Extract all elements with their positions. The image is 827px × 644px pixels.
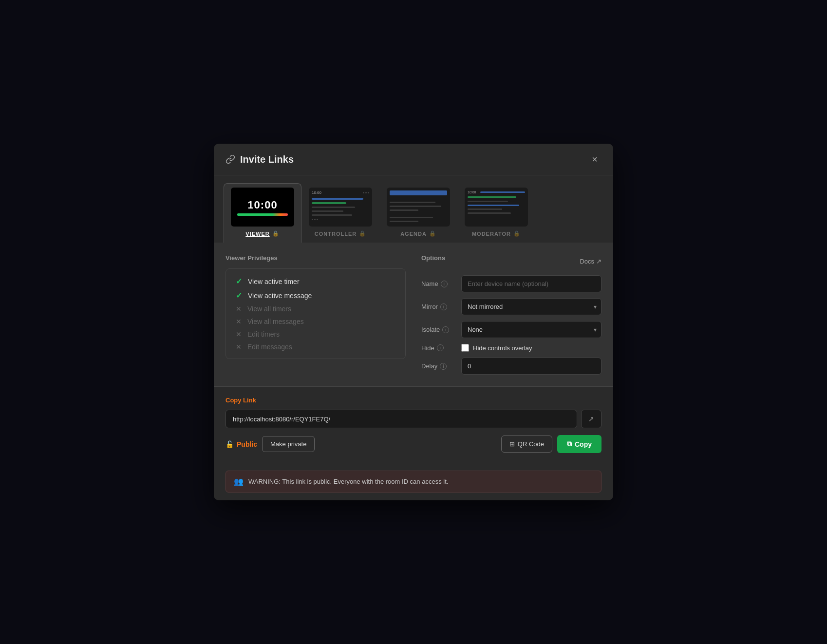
public-badge: 🔓 Public xyxy=(226,440,257,448)
options-grid: Name i Mirror i Not mirrored xyxy=(421,275,601,375)
agenda-preview xyxy=(387,188,450,227)
hide-info-icon[interactable]: i xyxy=(437,344,444,351)
header-left: Invite Links xyxy=(226,154,294,165)
warning-bar: 👥 WARNING: This link is public. Everyone… xyxy=(226,471,601,492)
tab-agenda[interactable]: AGENDA 🔒 xyxy=(379,183,457,243)
moderator-tab-label: MODERATOR 🔒 xyxy=(472,230,521,237)
close-button[interactable]: × xyxy=(588,152,601,166)
priv-label-4: View all messages xyxy=(247,318,304,325)
priv-edit-messages: ✕ Edit messages xyxy=(236,343,395,351)
public-icon: 🔓 xyxy=(226,440,234,448)
priv-label-5: Edit timers xyxy=(247,330,280,338)
check-icon-2: ✓ xyxy=(236,291,242,300)
isolate-label: Isolate i xyxy=(421,326,455,333)
tab-controller[interactable]: 10:00 xyxy=(301,183,379,243)
agenda-lock-icon: 🔒 xyxy=(429,230,436,237)
name-input[interactable] xyxy=(461,275,601,292)
privileges-section: Viewer Privileges ✓ View active timer ✓ … xyxy=(226,254,406,375)
link-icon xyxy=(226,154,235,164)
modal-header: Invite Links × xyxy=(214,144,613,175)
controller-preview: 10:00 xyxy=(309,188,372,227)
copy-icon: ⧉ xyxy=(567,440,572,448)
option-mirror-row: Mirror i Not mirrored Mirrored ▾ xyxy=(421,298,601,315)
delay-input[interactable] xyxy=(461,358,601,375)
options-header: Options Docs ↗ xyxy=(421,254,601,268)
copy-button[interactable]: ⧉ Copy xyxy=(557,435,601,453)
viewer-tab-label: VIEWER 🔒 xyxy=(245,230,279,237)
viewer-lock-icon: 🔒 xyxy=(272,230,280,237)
option-delay-row: Delay i xyxy=(421,358,601,375)
delay-info-icon[interactable]: i xyxy=(440,363,447,370)
privileges-title: Viewer Privileges xyxy=(226,254,406,262)
open-link-button[interactable]: ↗ xyxy=(581,410,601,428)
copy-link-title: Copy Link xyxy=(226,397,601,404)
x-icon-6: ✕ xyxy=(236,343,242,351)
viewer-time-display: 10:00 xyxy=(247,199,277,211)
options-title: Options xyxy=(421,254,445,262)
priv-view-all-timers: ✕ View all timers xyxy=(236,305,395,313)
x-icon-4: ✕ xyxy=(236,318,242,325)
hide-checkbox[interactable] xyxy=(461,344,469,352)
open-link-icon: ↗ xyxy=(588,415,594,423)
name-info-icon[interactable]: i xyxy=(441,281,448,287)
tabs-row: 10:00 VIEWER 🔒 10:00 xyxy=(214,175,613,243)
priv-edit-timers: ✕ Edit timers xyxy=(236,330,395,338)
priv-label-3: View all timers xyxy=(247,305,291,313)
modal-body: Viewer Privileges ✓ View active timer ✓ … xyxy=(214,243,613,386)
link-url-input[interactable] xyxy=(226,410,577,428)
modal-title: Invite Links xyxy=(240,154,294,165)
priv-view-active-timer: ✓ View active timer xyxy=(236,277,395,286)
make-private-button[interactable]: Make private xyxy=(262,436,315,452)
hide-checkbox-label: Hide controls overlay xyxy=(473,344,532,352)
option-isolate-row: Isolate i None Room 1 Room 2 ▾ xyxy=(421,321,601,338)
modal-overlay: Invite Links × 10:00 VIEWER 🔒 xyxy=(0,0,827,644)
mirror-select[interactable]: Not mirrored Mirrored xyxy=(461,298,601,315)
hide-checkbox-row: Hide controls overlay xyxy=(461,344,532,352)
right-actions: ⊞ QR Code ⧉ Copy xyxy=(501,435,601,453)
qr-code-button[interactable]: ⊞ QR Code xyxy=(501,436,552,453)
privileges-box: ✓ View active timer ✓ View active messag… xyxy=(226,268,406,359)
mirror-select-wrap: Not mirrored Mirrored ▾ xyxy=(461,298,601,315)
controller-lock-icon: 🔒 xyxy=(359,230,366,237)
viewer-preview: 10:00 xyxy=(231,188,294,227)
x-icon-3: ✕ xyxy=(236,305,242,313)
x-icon-5: ✕ xyxy=(236,330,242,338)
isolate-info-icon[interactable]: i xyxy=(442,326,449,333)
name-label: Name i xyxy=(421,280,455,287)
invite-links-modal: Invite Links × 10:00 VIEWER 🔒 xyxy=(214,144,613,500)
link-input-row: ↗ xyxy=(226,410,601,428)
viewer-progress-bar xyxy=(237,213,288,216)
tab-moderator[interactable]: 10:00 MODERATOR 🔒 xyxy=(457,183,535,243)
warning-icon: 👥 xyxy=(234,477,244,486)
mirror-label: Mirror i xyxy=(421,303,455,310)
link-actions-row: 🔓 Public Make private ⊞ QR Code ⧉ Copy xyxy=(226,435,601,453)
option-name-row: Name i xyxy=(421,275,601,292)
docs-link[interactable]: Docs ↗ xyxy=(580,258,601,265)
mirror-info-icon[interactable]: i xyxy=(440,303,447,310)
delay-label: Delay i xyxy=(421,362,455,370)
check-icon-1: ✓ xyxy=(236,277,242,286)
agenda-tab-label: AGENDA 🔒 xyxy=(400,230,436,237)
qr-icon: ⊞ xyxy=(509,440,515,448)
option-hide-row: Hide i Hide controls overlay xyxy=(421,344,601,352)
controller-tab-label: CONTROLLER 🔒 xyxy=(315,230,366,237)
isolate-select-wrap: None Room 1 Room 2 ▾ xyxy=(461,321,601,338)
moderator-preview: 10:00 xyxy=(465,188,528,227)
copy-link-section: Copy Link ↗ 🔓 Public Make private xyxy=(214,386,613,463)
options-section: Options Docs ↗ Name i xyxy=(421,254,601,375)
isolate-select[interactable]: None Room 1 Room 2 xyxy=(461,321,601,338)
priv-view-active-message: ✓ View active message xyxy=(236,291,395,300)
priv-view-all-messages: ✕ View all messages xyxy=(236,318,395,325)
tab-viewer[interactable]: 10:00 VIEWER 🔒 xyxy=(224,183,301,243)
external-link-icon: ↗ xyxy=(596,258,601,265)
public-label: Public xyxy=(237,440,257,448)
hide-label: Hide i xyxy=(421,344,455,352)
priv-label-6: Edit messages xyxy=(247,343,292,351)
moderator-lock-icon: 🔒 xyxy=(513,230,521,237)
priv-label-2: View active message xyxy=(248,292,312,300)
priv-label-1: View active timer xyxy=(248,278,300,285)
left-actions: 🔓 Public Make private xyxy=(226,436,315,452)
warning-text: WARNING: This link is public. Everyone w… xyxy=(248,478,448,485)
